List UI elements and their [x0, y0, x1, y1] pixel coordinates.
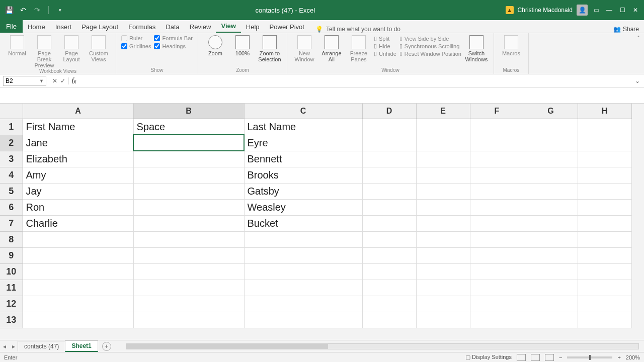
share-button[interactable]: 👥 Share [613, 26, 639, 33]
new-sheet-button[interactable]: + [102, 342, 111, 351]
split-button[interactable]: ▯ Split [374, 35, 396, 42]
cell-C5[interactable]: Gatsby [244, 183, 362, 199]
cell-F12[interactable] [470, 296, 524, 312]
cell-F13[interactable] [470, 312, 524, 328]
custom-views-button[interactable]: Custom Views [87, 35, 111, 62]
cell-G11[interactable] [524, 280, 578, 296]
cell-B6[interactable] [133, 199, 244, 215]
cell-D7[interactable] [362, 215, 416, 231]
zoom-to-selection-button[interactable]: Zoom to Selection [258, 35, 282, 62]
cell-E13[interactable] [416, 312, 470, 328]
cell-B7[interactable] [133, 215, 244, 231]
row-header-4[interactable]: 4 [0, 167, 23, 183]
cell-C2[interactable]: Eyre [244, 135, 362, 151]
switch-windows-button[interactable]: Switch Windows [464, 35, 489, 62]
column-header-D[interactable]: D [362, 104, 416, 119]
cell-H3[interactable] [578, 151, 631, 167]
undo-icon[interactable]: ↶ [18, 5, 28, 15]
cell-D11[interactable] [362, 280, 416, 296]
tab-power-pivot[interactable]: Power Pivot [265, 21, 309, 33]
cell-G2[interactable] [524, 135, 578, 151]
tab-file[interactable]: File [0, 20, 23, 33]
ribbon-display-icon[interactable]: ▭ [592, 6, 601, 15]
column-header-C[interactable]: C [244, 104, 362, 119]
cell-C8[interactable] [244, 231, 362, 247]
cell-H7[interactable] [578, 215, 631, 231]
cell-H11[interactable] [578, 280, 631, 296]
formula-bar-checkbox[interactable]: Formula Bar [154, 35, 193, 41]
cell-B13[interactable] [133, 312, 244, 328]
cell-H12[interactable] [578, 296, 631, 312]
synchronous-scrolling-button[interactable]: ▯ Synchronous Scrolling [399, 43, 461, 49]
redo-icon[interactable]: ↷ [32, 5, 42, 15]
cell-F1[interactable] [470, 119, 524, 135]
cell-F4[interactable] [470, 167, 524, 183]
cell-D10[interactable] [362, 263, 416, 280]
cell-C9[interactable] [244, 247, 362, 263]
gridlines-checkbox[interactable]: Gridlines [121, 43, 151, 49]
cell-F6[interactable] [470, 199, 524, 215]
new-window-button[interactable]: New Window [292, 35, 316, 62]
normal-view-icon[interactable] [517, 354, 526, 361]
cell-A8[interactable] [23, 231, 133, 247]
cell-D12[interactable] [362, 296, 416, 312]
user-name[interactable]: Christine Macdonald [518, 7, 573, 14]
minimize-icon[interactable]: — [605, 6, 614, 15]
zoom-level[interactable]: 200% [626, 354, 640, 360]
sheet-nav-next-icon[interactable]: ▸ [9, 343, 18, 350]
hide-button[interactable]: ▯ Hide [374, 43, 396, 49]
cell-B11[interactable] [133, 280, 244, 296]
column-header-F[interactable]: F [470, 104, 524, 119]
cell-G9[interactable] [524, 247, 578, 263]
cell-E1[interactable] [416, 119, 470, 135]
normal-view-button[interactable]: Normal [5, 35, 29, 56]
cell-E8[interactable] [416, 231, 470, 247]
avatar[interactable]: 👤 [577, 5, 588, 16]
tab-view[interactable]: View [216, 20, 240, 33]
column-header-B[interactable]: B [133, 104, 244, 119]
view-side-by-side-button[interactable]: ▯ View Side by Side [399, 35, 461, 42]
cell-C1[interactable]: Last Name [244, 119, 362, 135]
column-header-E[interactable]: E [416, 104, 470, 119]
cell-E4[interactable] [416, 167, 470, 183]
cell-E12[interactable] [416, 296, 470, 312]
cell-E9[interactable] [416, 247, 470, 263]
tab-formulas[interactable]: Formulas [123, 21, 160, 33]
cell-G1[interactable] [524, 119, 578, 135]
row-header-5[interactable]: 5 [0, 183, 23, 199]
cell-H10[interactable] [578, 263, 631, 280]
cell-F7[interactable] [470, 215, 524, 231]
cell-F3[interactable] [470, 151, 524, 167]
zoom-100-button[interactable]: 100% [230, 35, 255, 56]
cell-E11[interactable] [416, 280, 470, 296]
row-header-12[interactable]: 12 [0, 296, 23, 312]
cell-H9[interactable] [578, 247, 631, 263]
cell-A2[interactable]: Jane [23, 135, 133, 151]
row-header-3[interactable]: 3 [0, 151, 23, 167]
macros-button[interactable]: Macros [499, 35, 523, 56]
tab-insert[interactable]: Insert [50, 21, 77, 33]
cell-H13[interactable] [578, 312, 631, 328]
tab-data[interactable]: Data [160, 21, 184, 33]
cell-C12[interactable] [244, 296, 362, 312]
accept-entry-icon[interactable]: ✓ [60, 77, 65, 84]
name-box-dropdown-icon[interactable]: ▼ [39, 78, 44, 83]
cell-A6[interactable]: Ron [23, 199, 133, 215]
cell-D1[interactable] [362, 119, 416, 135]
cell-H6[interactable] [578, 199, 631, 215]
formula-input[interactable] [79, 76, 631, 86]
cell-E3[interactable] [416, 151, 470, 167]
cell-E6[interactable] [416, 199, 470, 215]
cell-F8[interactable] [470, 231, 524, 247]
cell-B1[interactable]: Space [133, 119, 244, 135]
sheet-nav-prev-icon[interactable]: ◂ [0, 343, 9, 350]
name-box[interactable]: B2 ▼ [3, 76, 46, 86]
cell-D13[interactable] [362, 312, 416, 328]
row-header-9[interactable]: 9 [0, 247, 23, 263]
unhide-button[interactable]: ▯ Unhide [374, 50, 396, 57]
page-break-preview-button[interactable]: Page Break Preview [32, 35, 56, 68]
cell-E2[interactable] [416, 135, 470, 151]
cell-A12[interactable] [23, 296, 133, 312]
cell-G10[interactable] [524, 263, 578, 280]
zoom-button[interactable]: Zoom [203, 35, 227, 56]
